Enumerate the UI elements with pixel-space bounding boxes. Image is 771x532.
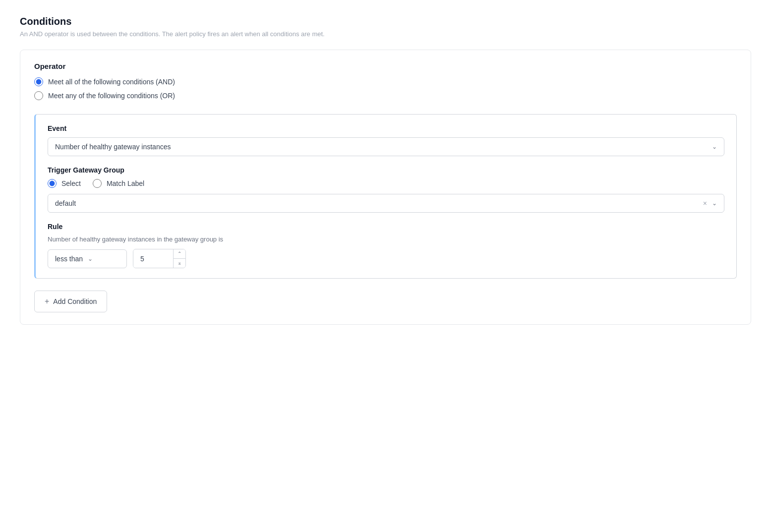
rule-operator-value: less than [55, 255, 83, 263]
event-label: Event [48, 124, 724, 132]
rule-spinner: ⌃ ⌅ [173, 249, 185, 268]
trigger-gateway-group-label: Trigger Gateway Group [48, 166, 724, 174]
event-dropdown[interactable]: Number of healthy gateway instances ⌄ [48, 137, 724, 156]
rule-decrement-button[interactable]: ⌅ [174, 259, 185, 268]
trigger-radios-row: Select Match Label [48, 179, 724, 188]
event-selected-value: Number of healthy gateway instances [55, 143, 171, 151]
page-subtitle: An AND operator is used between the cond… [20, 30, 751, 38]
gateway-selected-value: default [55, 199, 76, 207]
trigger-match-label-text: Match Label [107, 179, 144, 187]
page-title: Conditions [20, 16, 751, 27]
rule-operator-dropdown[interactable]: less than ⌄ [48, 249, 127, 268]
rule-operator-chevron-icon: ⌄ [88, 255, 93, 262]
trigger-select-input[interactable] [48, 179, 57, 188]
gateway-select-dropdown[interactable]: default × ⌄ [48, 194, 724, 213]
gateway-select-actions: × ⌄ [703, 199, 717, 207]
operator-and-radio[interactable]: Meet all of the following conditions (AN… [34, 77, 737, 86]
trigger-match-label-input[interactable] [93, 179, 102, 188]
add-condition-icon: + [45, 297, 49, 306]
trigger-match-label-radio[interactable]: Match Label [93, 179, 144, 188]
gateway-clear-icon[interactable]: × [703, 199, 707, 207]
rule-increment-button[interactable]: ⌃ [174, 249, 185, 259]
event-chevron-icon: ⌄ [712, 143, 717, 150]
gateway-chevron-icon: ⌄ [712, 200, 717, 207]
rule-number-field: ⌃ ⌅ [133, 249, 186, 268]
rule-description: Number of healthy gateway instances in t… [48, 236, 724, 243]
rule-row: less than ⌄ ⌃ ⌅ [48, 249, 724, 268]
add-condition-button[interactable]: + Add Condition [34, 291, 107, 312]
rule-value-input[interactable] [133, 250, 173, 268]
conditions-card: Operator Meet all of the following condi… [20, 50, 751, 325]
trigger-gateway-group-section: Trigger Gateway Group Select Match Label… [48, 166, 724, 213]
operator-or-input[interactable] [34, 91, 43, 100]
trigger-select-label: Select [61, 179, 81, 187]
rule-section: Rule Number of healthy gateway instances… [48, 223, 724, 268]
operator-or-radio[interactable]: Meet any of the following conditions (OR… [34, 91, 737, 100]
operator-section: Operator Meet all of the following condi… [34, 62, 737, 100]
operator-and-input[interactable] [34, 77, 43, 86]
condition-card: Event Number of healthy gateway instance… [34, 114, 737, 279]
add-condition-label: Add Condition [53, 297, 97, 305]
operator-or-label: Meet any of the following conditions (OR… [48, 92, 175, 100]
rule-label: Rule [48, 223, 724, 231]
operator-and-label: Meet all of the following conditions (AN… [48, 78, 175, 86]
trigger-select-radio[interactable]: Select [48, 179, 81, 188]
operator-label: Operator [34, 62, 737, 70]
